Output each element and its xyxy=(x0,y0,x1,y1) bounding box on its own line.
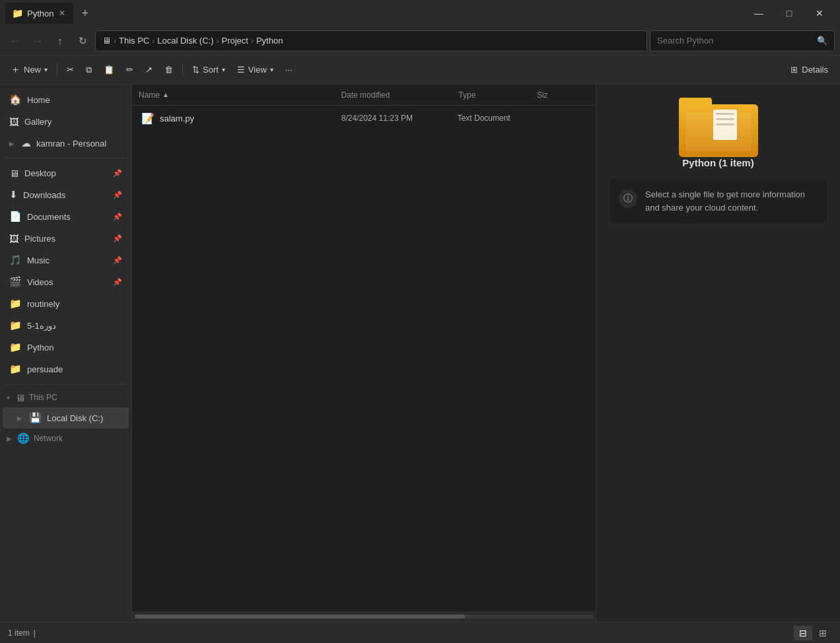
sidebar-thispc-label: This PC xyxy=(29,393,57,402)
paste-button[interactable]: 📋 xyxy=(98,59,120,81)
rename-button[interactable]: ✏ xyxy=(121,59,139,81)
column-size[interactable]: Siz xyxy=(537,90,589,100)
view-button[interactable]: ☰ View ▾ xyxy=(232,59,279,81)
sidebar-item-kamran[interactable]: ▶ ☁ kamran - Personal xyxy=(3,133,129,154)
main-area: 🏠 Home 🖼 Gallery ▶ ☁ kamran - Personal 🖥… xyxy=(0,85,840,622)
localdisk-icon: 💾 xyxy=(29,412,42,424)
view-toggle-buttons: ⊟ ⊞ xyxy=(794,626,832,640)
breadcrumb-python[interactable]: Python xyxy=(256,36,283,46)
scrollbar-thumb[interactable] xyxy=(135,615,465,619)
item-count: 1 item xyxy=(8,628,30,638)
tab-folder-icon: 📁 xyxy=(12,8,23,18)
up-button[interactable]: ↑ xyxy=(50,31,70,51)
sidebar-item-routinely[interactable]: 📁 routinely xyxy=(3,293,129,314)
sidebar-item-dore[interactable]: 📁 5-1دوره xyxy=(3,315,129,336)
pin-icon-music: 📌 xyxy=(113,256,122,265)
sidebar-item-desktop-label: Desktop xyxy=(24,168,56,178)
details-view-button[interactable]: ⊟ xyxy=(794,626,812,640)
minimize-button[interactable]: — xyxy=(744,3,774,24)
details-folder-title: Python (1 item) xyxy=(682,157,753,168)
monitor-icon: 🖥 xyxy=(102,36,111,46)
column-date[interactable]: Date modified xyxy=(341,90,458,100)
active-tab[interactable]: 📁 Python ✕ xyxy=(5,3,73,24)
cut-button[interactable]: ✂ xyxy=(61,59,79,81)
network-expand-icon: ▶ xyxy=(7,435,12,442)
search-bar[interactable]: 🔍 xyxy=(650,30,835,51)
sidebar-item-kamran-label: kamran - Personal xyxy=(36,139,106,149)
sidebar-divider-1 xyxy=(5,158,126,158)
search-input[interactable] xyxy=(657,36,813,46)
new-tab-button[interactable]: + xyxy=(76,4,94,23)
sidebar-item-thispc[interactable]: ▾ 🖥 This PC xyxy=(0,388,131,407)
delete-button[interactable]: 🗑 xyxy=(159,59,178,81)
file-date: 8/24/2024 11:23 PM xyxy=(341,114,458,123)
sort-button[interactable]: ⇅ Sort ▾ xyxy=(187,59,230,81)
sort-arrow-icon: ▲ xyxy=(162,91,169,98)
new-icon: ＋ xyxy=(11,63,20,76)
sidebar-item-localdisk[interactable]: ▶ 💾 Local Disk (C:) xyxy=(3,407,129,428)
tab-close-button[interactable]: ✕ xyxy=(57,7,67,19)
new-button[interactable]: ＋ New ▾ xyxy=(5,59,53,81)
pin-icon-pictures: 📌 xyxy=(113,234,122,243)
sidebar-item-python[interactable]: 📁 Python xyxy=(3,337,129,358)
forward-button[interactable]: → xyxy=(28,31,48,51)
sidebar-item-persuade[interactable]: 📁 persuade xyxy=(3,358,129,380)
sidebar-item-network[interactable]: ▶ 🌐 Network xyxy=(0,429,131,448)
file-name-cell: 📝 salam.py xyxy=(141,112,341,125)
tab-area: 📁 Python ✕ + xyxy=(5,3,738,24)
cut-icon: ✂ xyxy=(67,65,74,75)
copy-button[interactable]: ⧉ xyxy=(81,59,97,81)
music-icon: 🎵 xyxy=(9,254,22,266)
network-icon: 🌐 xyxy=(17,432,30,444)
maximize-button[interactable]: □ xyxy=(774,3,804,24)
share-button[interactable]: ↗ xyxy=(140,59,158,81)
python-folder-icon: 📁 xyxy=(9,341,22,353)
refresh-button[interactable]: ↻ xyxy=(73,31,92,51)
column-type[interactable]: Type xyxy=(458,90,537,100)
breadcrumb-project[interactable]: Project xyxy=(221,36,248,46)
sidebar-item-home[interactable]: 🏠 Home xyxy=(3,89,129,110)
action-bar: ＋ New ▾ ✂ ⧉ 📋 ✏ ↗ 🗑 ⇅ Sort ▾ ☰ View ▾ ··… xyxy=(0,55,840,85)
sort-label: Sort xyxy=(203,65,219,75)
back-button[interactable]: ← xyxy=(5,31,25,51)
separator-1 xyxy=(57,63,57,77)
file-row-salam-py[interactable]: 📝 salam.py 8/24/2024 11:23 PM Text Docum… xyxy=(135,106,593,130)
column-name[interactable]: Name ▲ xyxy=(139,90,341,100)
pictures-icon: 🖼 xyxy=(9,233,19,244)
sidebar-item-videos[interactable]: 🎬 Videos 📌 xyxy=(3,271,129,292)
file-icon: 📝 xyxy=(141,112,155,125)
sidebar-item-gallery[interactable]: 🖼 Gallery xyxy=(3,111,129,132)
tiles-view-button[interactable]: ⊞ xyxy=(814,626,832,640)
status-separator: | xyxy=(34,628,36,638)
address-bar[interactable]: 🖥 › This PC › Local Disk (C:) › Project … xyxy=(95,30,647,51)
search-icon: 🔍 xyxy=(817,36,827,46)
sidebar-item-pictures[interactable]: 🖼 Pictures 📌 xyxy=(3,228,129,249)
file-name: salam.py xyxy=(160,114,194,123)
localdisk-expand-icon: ▶ xyxy=(17,415,22,422)
scrollbar-track[interactable] xyxy=(135,615,593,619)
rename-icon: ✏ xyxy=(126,65,133,75)
info-icon: ⓘ xyxy=(619,189,637,208)
breadcrumb-local-disk[interactable]: Local Disk (C:) xyxy=(157,36,213,46)
details-panel-icon: ⊞ xyxy=(790,65,798,75)
more-icon: ··· xyxy=(285,65,293,75)
sidebar-item-desktop[interactable]: 🖥 Desktop 📌 xyxy=(3,162,129,184)
title-bar: 📁 Python ✕ + — □ ✕ xyxy=(0,0,840,26)
more-button[interactable]: ··· xyxy=(280,59,298,81)
view-icon: ☰ xyxy=(237,65,245,75)
empty-space xyxy=(132,131,596,611)
expand-icon: ▶ xyxy=(9,140,15,147)
share-icon: ↗ xyxy=(145,65,153,75)
copy-icon: ⧉ xyxy=(86,65,92,75)
sidebar-item-music[interactable]: 🎵 Music 📌 xyxy=(3,250,129,271)
close-button[interactable]: ✕ xyxy=(804,3,835,24)
sidebar-network-label: Network xyxy=(34,434,63,443)
sidebar-item-downloads[interactable]: ⬇ Downloads 📌 xyxy=(3,184,129,205)
details-label: Details xyxy=(802,65,828,75)
sidebar-item-documents[interactable]: 📄 Documents 📌 xyxy=(3,206,129,227)
details-info-text: Select a single file to get more informa… xyxy=(645,188,818,214)
sidebar-item-documents-label: Documents xyxy=(27,212,71,222)
details-button[interactable]: ⊞ Details xyxy=(784,59,835,81)
breadcrumb-this-pc[interactable]: This PC xyxy=(119,36,149,46)
sidebar-localdisk-label: Local Disk (C:) xyxy=(47,413,103,423)
